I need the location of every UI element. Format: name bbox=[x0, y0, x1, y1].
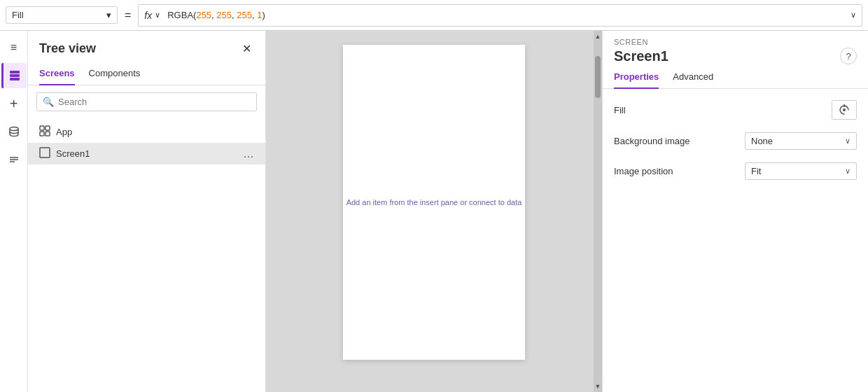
layers-icon[interactable] bbox=[1, 63, 27, 88]
tab-properties[interactable]: Properties bbox=[614, 67, 659, 89]
screen-preview[interactable]: Add an item from the insert pane or conn… bbox=[343, 45, 525, 360]
svg-rect-11 bbox=[40, 148, 50, 158]
help-button[interactable]: ? bbox=[840, 48, 857, 64]
screen-name-label: Screen1 bbox=[614, 48, 668, 64]
scrollbar-up-arrow[interactable]: ▲ bbox=[594, 31, 602, 42]
scrollbar-down-arrow[interactable]: ▼ bbox=[594, 381, 602, 392]
image-position-dropdown[interactable]: Fit ∨ bbox=[745, 162, 857, 180]
canvas-scrollbar[interactable]: ▲ ▼ bbox=[594, 31, 602, 392]
screen-name-row: Screen1 ? bbox=[603, 46, 868, 67]
tree-close-button[interactable]: ✕ bbox=[239, 41, 254, 57]
canvas-area: Add an item from the insert pane or conn… bbox=[266, 31, 602, 392]
variables-icon[interactable] bbox=[1, 147, 27, 172]
screen-context-label: SCREEN bbox=[603, 31, 868, 46]
hamburger-icon[interactable]: ≡ bbox=[1, 35, 27, 60]
property-selector-chevron: ▾ bbox=[106, 10, 111, 20]
tree-items: App Screen1 … bbox=[28, 118, 265, 167]
screen1-more-button[interactable]: … bbox=[243, 148, 254, 160]
image-position-value: Fit bbox=[751, 166, 761, 176]
image-position-chevron: ∨ bbox=[845, 167, 850, 176]
svg-point-3 bbox=[10, 127, 18, 131]
property-selector-label: Fill bbox=[12, 10, 24, 20]
image-position-label: Image position bbox=[614, 166, 673, 176]
tree-item-app[interactable]: App bbox=[28, 121, 265, 143]
canvas-hint-text: Add an item from the insert pane or conn… bbox=[346, 198, 522, 206]
scrollbar-thumb[interactable] bbox=[595, 56, 601, 98]
background-image-chevron: ∨ bbox=[845, 136, 850, 146]
background-image-label: Background image bbox=[614, 136, 690, 146]
svg-rect-1 bbox=[10, 74, 20, 77]
tree-title: Tree view bbox=[39, 41, 96, 56]
svg-rect-10 bbox=[46, 132, 50, 136]
svg-rect-0 bbox=[10, 71, 20, 74]
data-icon[interactable] bbox=[1, 119, 27, 144]
screen-icon bbox=[39, 147, 50, 160]
rgba-prefix: RGBA( bbox=[167, 10, 196, 20]
properties-content: Fill Background image None ∨ bbox=[603, 89, 868, 191]
rgba-val3: 255 bbox=[237, 10, 252, 20]
rgba-val1: 255 bbox=[196, 10, 211, 20]
tab-screens[interactable]: Screens bbox=[39, 64, 75, 85]
plus-icon[interactable]: + bbox=[1, 91, 27, 116]
formula-end-chevron: ∨ bbox=[850, 10, 856, 20]
search-icon: 🔍 bbox=[43, 97, 54, 107]
svg-point-13 bbox=[843, 108, 846, 111]
svg-rect-9 bbox=[40, 132, 44, 136]
formula-bar: Fill ▾ = fx ∨ RGBA(255, 255, 255, 1) ∨ bbox=[0, 0, 868, 31]
search-box: 🔍 bbox=[36, 92, 257, 111]
sidebar-icons: ≡ + bbox=[0, 31, 28, 392]
fill-color-button[interactable] bbox=[832, 100, 857, 120]
tree-item-screen1[interactable]: Screen1 … bbox=[28, 143, 265, 164]
tree-tabs: Screens Components bbox=[28, 64, 265, 85]
main-layout: ≡ + Tree view ✕ bbox=[0, 31, 868, 392]
background-image-row: Background image None ∨ bbox=[614, 132, 857, 150]
fx-label: fx bbox=[144, 10, 152, 21]
equals-sign: = bbox=[125, 9, 131, 22]
svg-rect-2 bbox=[10, 78, 20, 80]
background-image-dropdown[interactable]: None ∨ bbox=[745, 132, 857, 150]
formula-input[interactable]: fx ∨ RGBA(255, 255, 255, 1) ∨ bbox=[138, 4, 862, 27]
search-input[interactable] bbox=[58, 97, 251, 107]
tree-panel: Tree view ✕ Screens Components 🔍 bbox=[28, 31, 266, 392]
rgba-val2: 255 bbox=[216, 10, 232, 20]
properties-tabs: Properties Advanced bbox=[603, 67, 868, 89]
tree-item-screen1-label: Screen1 bbox=[56, 148, 243, 159]
app-icon bbox=[39, 125, 50, 139]
fill-label: Fill bbox=[614, 105, 626, 115]
tree-item-app-label: App bbox=[56, 127, 254, 137]
background-image-value: None bbox=[751, 136, 773, 146]
tab-advanced[interactable]: Advanced bbox=[673, 67, 713, 89]
tree-header: Tree view ✕ bbox=[28, 31, 265, 64]
property-selector[interactable]: Fill ▾ bbox=[6, 6, 118, 24]
tab-components[interactable]: Components bbox=[89, 64, 141, 85]
fill-property-row: Fill bbox=[614, 100, 857, 120]
fx-chevron: ∨ bbox=[155, 10, 160, 20]
svg-rect-7 bbox=[40, 126, 44, 130]
svg-rect-8 bbox=[46, 126, 50, 130]
properties-panel: SCREEN Screen1 ? Properties Advanced Fil… bbox=[602, 31, 868, 392]
formula-text: RGBA(255, 255, 255, 1) bbox=[167, 10, 845, 20]
image-position-row: Image position Fit ∨ bbox=[614, 162, 857, 180]
